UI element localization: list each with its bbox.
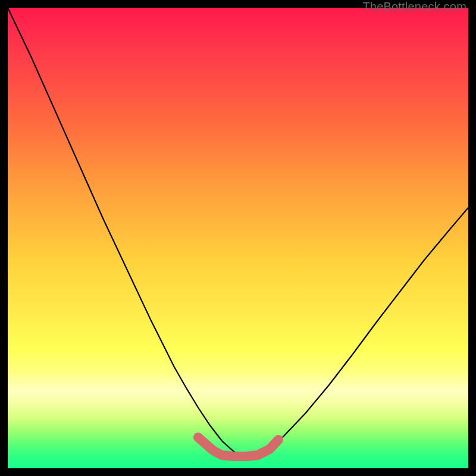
right-curve bbox=[246, 208, 468, 456]
valley-highlight bbox=[198, 437, 278, 456]
watermark-text: TheBottleneck.com bbox=[362, 0, 466, 14]
outer-frame: TheBottleneck.com bbox=[0, 0, 476, 476]
left-curve bbox=[8, 8, 258, 456]
curve-layer bbox=[8, 8, 468, 468]
